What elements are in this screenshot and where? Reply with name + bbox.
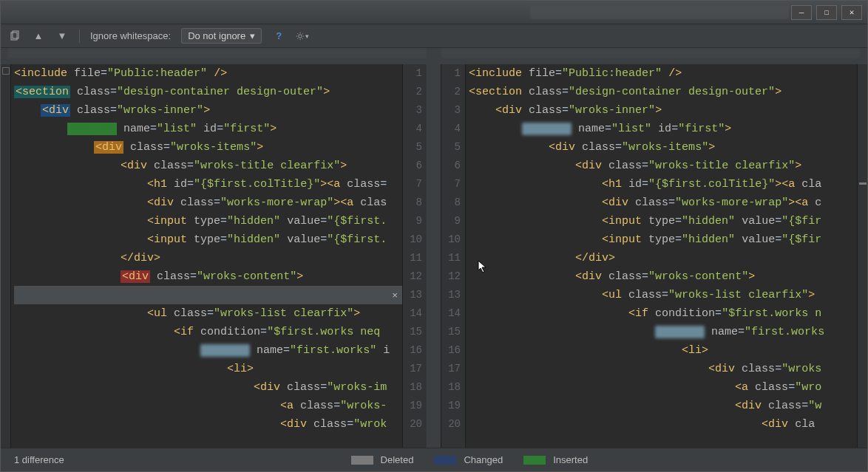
code-line[interactable]: <include file="Public:header" /> (14, 64, 402, 83)
line-number[interactable]: 9 (403, 212, 422, 230)
window-titlebar[interactable]: — ☐ ✕ (1, 1, 867, 24)
code-line[interactable]: <li> (14, 360, 402, 378)
arrow-down-icon[interactable]: ▼ (55, 30, 69, 43)
code-line[interactable]: <section class="design-container design-… (469, 83, 857, 101)
code-line[interactable]: <ul class="wroks-list clearfix"> (469, 286, 857, 304)
line-number[interactable]: 19 (403, 397, 422, 415)
code-line[interactable]: <include file="Public:header" /> (469, 64, 857, 83)
line-number[interactable]: 10 (403, 230, 422, 249)
line-number[interactable]: 6 (441, 157, 461, 175)
code-line[interactable]: <li> (469, 341, 857, 360)
line-number[interactable]: 18 (441, 378, 461, 397)
line-number[interactable]: 6 (403, 157, 422, 175)
code-line[interactable]: <div class="wroks-content"> (469, 267, 857, 286)
line-number[interactable]: 15 (403, 323, 422, 341)
copy-icon[interactable] (8, 30, 21, 43)
line-number[interactable]: 4 (441, 120, 461, 138)
line-number[interactable]: 1 (403, 64, 422, 83)
code-line[interactable]: <div class="works-more-wrap"><a c (469, 194, 857, 212)
line-number[interactable]: 11 (441, 249, 461, 267)
code-line[interactable]: <div class="wroks-inner"> (14, 101, 402, 120)
line-number[interactable]: 15 (441, 323, 461, 341)
code-line[interactable]: <input type="hidden" value="{$fir (469, 212, 857, 230)
code-line[interactable]: <div class="wroks-inner"> (469, 101, 857, 120)
line-number[interactable]: 12 (441, 267, 461, 286)
code-line[interactable]: <input type="hidden" value="{$first. (14, 230, 402, 249)
code-line[interactable]: <if condition="$first.works n (469, 304, 857, 323)
line-number[interactable]: 14 (441, 304, 461, 323)
code-line[interactable]: <section class="design-container design-… (14, 83, 402, 101)
code-line[interactable]: <h1 id="{$first.colTitle}"><a class= (14, 175, 402, 194)
code-line[interactable]: <div class="wroks-title clearfix"> (469, 157, 857, 175)
deleted-swatch (351, 456, 373, 465)
line-number[interactable]: 17 (441, 360, 461, 378)
status-bar: 1 difference Deleted Changed Inserted (1, 448, 867, 471)
code-line[interactable]: </div> (469, 249, 857, 267)
line-number[interactable]: 4 (403, 120, 422, 138)
left-code-area[interactable]: <include file="Public:header" /><section… (11, 64, 402, 448)
line-number[interactable]: 8 (403, 194, 422, 212)
line-number[interactable]: 11 (403, 249, 422, 267)
line-number[interactable]: 16 (403, 341, 422, 360)
center-divider[interactable] (427, 64, 441, 448)
deleted-blank-line: × (14, 286, 402, 304)
line-number[interactable]: 7 (403, 175, 422, 194)
arrow-up-icon[interactable]: ▲ (32, 30, 45, 43)
line-number[interactable]: 1 (441, 64, 461, 83)
right-line-gutter[interactable]: 1234567891011121314151617181920 (441, 64, 466, 448)
code-line[interactable]: <ul class="wroks-list clearfix"> (14, 304, 402, 323)
line-number[interactable]: 16 (441, 341, 461, 360)
code-line[interactable]: <volist name="first.works" i (14, 341, 402, 360)
code-line[interactable]: <a class="wro (469, 378, 857, 397)
code-line[interactable]: <div class="wroks-items"> (469, 138, 857, 157)
right-marker-bar[interactable] (857, 64, 867, 448)
line-number[interactable]: 13 (403, 286, 422, 304)
code-line[interactable]: <div class="wrok (14, 415, 402, 434)
code-line[interactable]: <div cla (469, 415, 857, 434)
code-line[interactable]: <div class="wroks-title clearfix"> (14, 157, 402, 175)
close-window-button[interactable]: ✕ (841, 5, 862, 20)
code-line[interactable]: <volist name="first.works (469, 323, 857, 341)
line-number[interactable]: 14 (403, 304, 422, 323)
line-number[interactable]: 3 (403, 101, 422, 120)
code-line[interactable]: <input type="hidden" value="{$fir (469, 230, 857, 249)
line-number[interactable]: 13 (441, 286, 461, 304)
code-line[interactable]: <div class="wroks-items"> (14, 138, 402, 157)
line-number[interactable]: 3 (441, 101, 461, 120)
line-number[interactable]: 8 (441, 194, 461, 212)
code-line[interactable]: <if condition="$first.works neq (14, 323, 402, 341)
right-code-area[interactable]: <include file="Public:header" /><section… (466, 64, 857, 448)
close-diff-icon[interactable]: × (392, 287, 398, 305)
minimize-button[interactable]: — (791, 5, 812, 20)
ignore-whitespace-combo[interactable]: Do not ignore ▾ (181, 28, 262, 44)
code-line[interactable]: <div class="wroks-content"> (14, 267, 402, 286)
code-line[interactable]: <div class="wroks-im (14, 378, 402, 397)
line-number[interactable]: 5 (441, 138, 461, 157)
gear-icon[interactable]: ▾ (296, 30, 309, 43)
line-number[interactable]: 20 (403, 415, 422, 434)
left-line-gutter[interactable]: 1234567891011121314151617181920 (402, 64, 427, 448)
line-number[interactable]: 9 (441, 212, 461, 230)
line-number[interactable]: 20 (441, 415, 461, 434)
code-line[interactable]: </div> (14, 249, 402, 267)
line-number[interactable]: 17 (403, 360, 422, 378)
code-line[interactable]: <a class="wroks- (14, 397, 402, 415)
line-number[interactable]: 7 (441, 175, 461, 194)
line-number[interactable]: 12 (403, 267, 422, 286)
line-number[interactable]: 10 (441, 230, 461, 249)
code-line[interactable]: <div class="wroks (469, 360, 857, 378)
line-number[interactable]: 18 (403, 378, 422, 397)
maximize-button[interactable]: ☐ (816, 5, 837, 20)
code-line[interactable]: <div class="works-more-wrap"><a clas (14, 194, 402, 212)
help-icon[interactable]: ? (272, 30, 285, 43)
code-line[interactable]: <h1 id="{$first.colTitle}"><a cla (469, 175, 857, 194)
code-line[interactable]: <div class="w (469, 397, 857, 415)
code-line[interactable]: <input type="hidden" value="{$first. (14, 212, 402, 230)
line-number[interactable]: 2 (441, 83, 461, 101)
left-fold-strip[interactable] (1, 64, 11, 448)
line-number[interactable]: 19 (441, 397, 461, 415)
code-line[interactable]: <volist name="list" id="first"> (14, 120, 402, 138)
line-number[interactable]: 2 (403, 83, 422, 101)
code-line[interactable]: <volist name="list" id="first"> (469, 120, 857, 138)
line-number[interactable]: 5 (403, 138, 422, 157)
